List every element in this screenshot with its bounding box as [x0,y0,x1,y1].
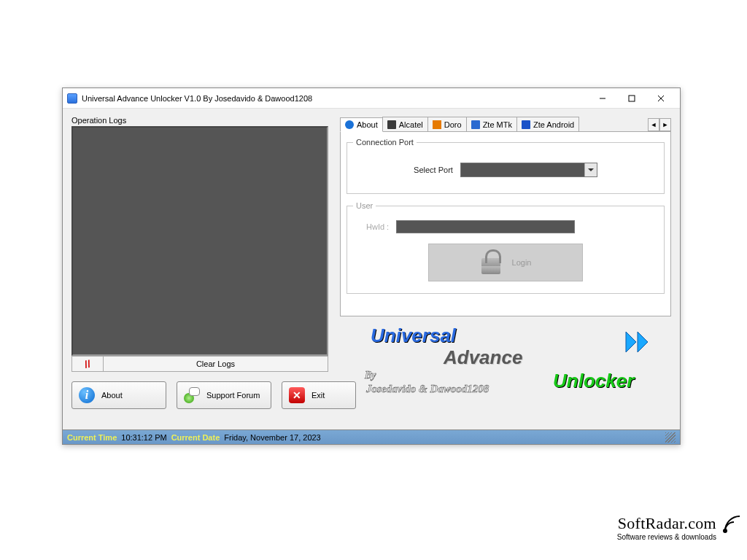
client-area: Operation Logs // Clear Logs i About Sup… [67,112,676,440]
svg-rect-1 [629,96,635,101]
login-button[interactable]: Login [428,244,583,281]
clear-logs-button[interactable]: Clear Logs [104,356,328,372]
operation-logs-label: Operation Logs [71,116,328,125]
titlebar[interactable]: Universal Advance Unlocker V1.0 By Josed… [63,88,680,109]
tab-label: Zte Android [533,120,574,129]
brand-authors: Josedavido & Dawood1208 [366,383,489,395]
exit-button-label: Exit [311,391,325,400]
tab-scroll-right[interactable]: ► [659,118,671,131]
select-port-label: Select Port [414,166,453,174]
left-column: Operation Logs // Clear Logs [71,116,328,372]
close-button[interactable] [646,90,676,106]
about-tab-icon [345,120,354,129]
tab-about[interactable]: About [340,117,383,132]
brand-word-1: Universal [371,324,456,347]
connection-port-group: Connection Port Select Port [347,138,665,194]
minimize-button[interactable] [588,90,617,106]
user-group: User HwId : Login [347,201,665,294]
brand-by: By [365,370,376,381]
forum-button-label: Support Forum [206,391,260,400]
tab-alcatel[interactable]: Alcatel [382,117,428,131]
forward-arrows-icon [624,329,658,355]
select-port-dropdown[interactable] [460,163,597,177]
status-date-label: Current Date [171,433,220,442]
brand-word-3: Unlocker [553,370,634,392]
connection-port-legend: Connection Port [353,138,417,147]
support-forum-button[interactable]: Support Forum [177,381,271,409]
forum-icon [184,387,200,403]
tab-zte-android[interactable]: Zte Android [516,117,579,131]
watermark-tagline: Software reviews & downloads [617,533,716,541]
status-date: Friday, November 17, 2023 [224,433,320,442]
about-button-label: About [101,391,123,400]
disk-icon [471,120,480,129]
tab-label: Doro [444,120,462,129]
tab-label: Zte MTk [483,120,512,129]
window-title: Universal Advance Unlocker V1.0 By Josed… [82,94,588,103]
operation-logs-box[interactable] [71,126,328,356]
exit-button[interactable]: ✕ Exit [282,381,356,409]
user-legend: User [353,201,376,210]
clear-logs-icon[interactable]: // [71,356,104,372]
tab-zte-mtk[interactable]: Zte MTk [466,117,517,131]
tab-doro[interactable]: Doro [427,117,467,131]
disk-icon [522,120,530,129]
bottom-button-row: i About Support Forum ✕ Exit [71,381,356,409]
lock-icon [480,249,502,276]
brand-word-2: Advance [444,346,522,369]
status-time: 10:31:12 PM [121,433,166,442]
watermark-site: SoftRadar.com [617,514,716,533]
app-window: Universal Advance Unlocker V1.0 By Josed… [62,88,681,445]
resize-grip[interactable] [665,432,676,443]
info-icon: i [79,387,95,403]
tab-panel-about: Connection Port Select Port User HwId : [340,132,671,316]
tab-label: About [357,120,378,129]
phone-icon [387,120,396,129]
watermark: SoftRadar.com Software reviews & downloa… [617,514,716,541]
hwid-field[interactable] [396,220,575,233]
doro-icon [433,120,441,129]
tab-strip: About Alcatel Doro Zte MTk Zte Android ◄… [340,116,671,132]
tab-scroll-left[interactable]: ◄ [648,118,659,131]
maximize-button[interactable] [617,90,646,106]
status-bar: Current Time 10:31:12 PM Current Date Fr… [63,429,680,444]
exit-icon: ✕ [289,387,305,403]
login-button-label: Login [512,258,532,267]
brand-graphic: Universal Advance Unlocker By Josedavido… [349,324,670,412]
status-time-label: Current Time [67,433,117,442]
radar-icon [718,510,743,535]
tab-label: Alcatel [399,120,423,129]
app-icon [67,93,77,104]
hwid-label: HwId : [366,222,389,231]
about-button[interactable]: i About [71,381,166,409]
right-column: About Alcatel Doro Zte MTk Zte Android ◄… [340,116,671,316]
